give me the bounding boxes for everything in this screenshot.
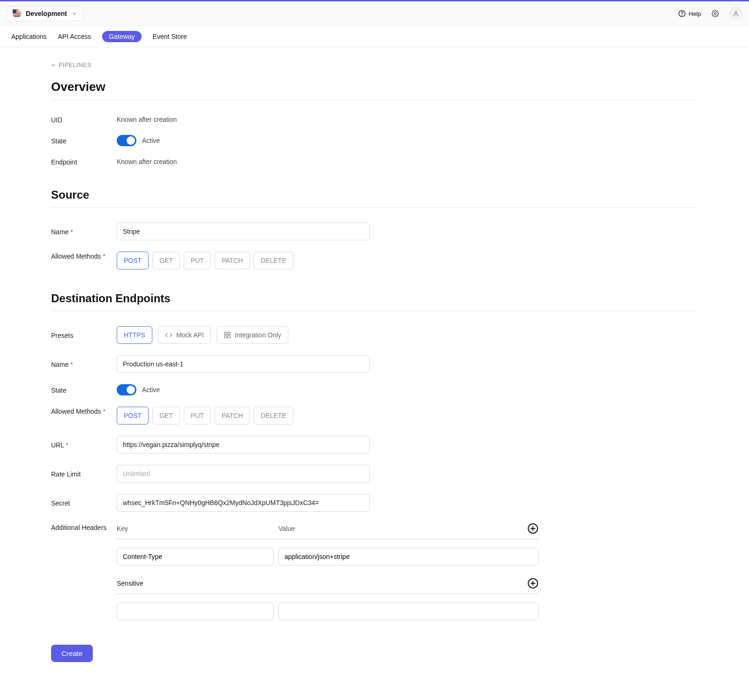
uid-value: Known after creation: [117, 116, 177, 123]
source-name-input[interactable]: [117, 223, 370, 240]
breadcrumb-label: PIPELINES: [59, 61, 91, 68]
add-header-icon[interactable]: [527, 523, 539, 534]
row-dest-state: State Active: [51, 379, 698, 401]
settings-button[interactable]: [709, 7, 722, 20]
rate-limit-input[interactable]: [117, 465, 370, 483]
tab-event-store[interactable]: Event Store: [153, 31, 187, 42]
row-source-methods: Allowed Methods * POST GET PUT PATCH DEL…: [51, 246, 698, 275]
help-icon: [678, 10, 686, 17]
headers-area: Key Value Sensitive: [117, 523, 539, 625]
header-value-input[interactable]: [278, 548, 539, 566]
page-content: PIPELINES Overview UID Known after creat…: [18, 47, 731, 690]
dest-state-value: Active: [142, 386, 160, 394]
dest-method-patch[interactable]: PATCH: [215, 407, 250, 424]
rate-limit-label: Rate Limit: [51, 469, 117, 478]
dest-name-input[interactable]: [117, 355, 370, 373]
dest-method-delete[interactable]: DELETE: [254, 407, 293, 424]
environment-label: Development: [26, 10, 67, 17]
create-button[interactable]: Create: [51, 645, 93, 662]
header-row: [117, 548, 539, 566]
tab-api-access[interactable]: API Access: [58, 31, 91, 42]
flag-us-icon: [13, 9, 21, 18]
row-secret: Secret: [51, 488, 698, 517]
row-dest-name: Name *: [51, 350, 698, 379]
row-presets: Presets HTTPS Mock API Integration Only: [51, 320, 698, 350]
source-heading: Source: [51, 188, 698, 201]
sensitive-header: Sensitive: [117, 578, 539, 594]
headers-value-col: Value: [278, 525, 527, 532]
preset-integration-only[interactable]: Integration Only: [217, 326, 288, 344]
svg-rect-7: [225, 335, 227, 338]
source-methods-group: POST GET PUT PATCH DELETE: [117, 252, 293, 269]
breadcrumb-back[interactable]: PIPELINES: [51, 61, 91, 68]
row-state: State Active: [51, 129, 698, 152]
user-avatar-button[interactable]: [729, 7, 742, 20]
method-post[interactable]: POST: [117, 252, 149, 269]
svg-point-3: [735, 11, 737, 14]
dest-method-get[interactable]: GET: [152, 407, 180, 424]
sensitive-label: Sensitive: [117, 580, 143, 587]
arrow-left-icon: [51, 62, 57, 68]
sensitive-row: [117, 603, 539, 620]
user-icon: [733, 10, 739, 17]
help-label: Help: [689, 10, 701, 17]
method-put[interactable]: PUT: [184, 252, 211, 269]
headers-label: Additional Headers: [51, 523, 117, 531]
state-label: State: [51, 136, 117, 145]
url-input[interactable]: [117, 436, 370, 454]
preset-mock-api[interactable]: Mock API: [158, 326, 211, 344]
method-get[interactable]: GET: [152, 252, 180, 269]
environment-selector[interactable]: Development: [7, 6, 83, 21]
destination-heading: Destination Endpoints: [51, 292, 698, 305]
section-divider: [51, 311, 698, 311]
add-sensitive-icon[interactable]: [527, 578, 539, 589]
headers-key-col: Key: [117, 525, 278, 532]
row-dest-methods: Allowed Methods * POST GET PUT PATCH DEL…: [51, 401, 698, 430]
section-divider: [51, 207, 698, 208]
nav-tabs: Applications API Access Gateway Event St…: [0, 26, 749, 47]
preset-https[interactable]: HTTPS: [117, 326, 152, 344]
source-methods-label: Allowed Methods *: [51, 252, 117, 260]
state-toggle[interactable]: [117, 135, 136, 146]
qr-icon: [224, 331, 231, 339]
svg-rect-5: [225, 332, 227, 335]
dest-methods-group: POST GET PUT PATCH DELETE: [117, 407, 293, 424]
row-source-name: Name *: [51, 217, 698, 246]
svg-rect-6: [228, 332, 230, 335]
row-uid: UID Known after creation: [51, 110, 698, 129]
uid-label: UID: [51, 115, 117, 124]
help-link[interactable]: Help: [678, 10, 701, 17]
source-name-label: Name *: [51, 227, 117, 236]
tab-gateway[interactable]: Gateway: [102, 31, 141, 42]
row-additional-headers: Additional Headers Key Value Sensitive: [51, 517, 698, 631]
tab-applications[interactable]: Applications: [11, 31, 47, 42]
svg-point-1: [682, 15, 682, 15]
dest-state-label: State: [51, 386, 117, 394]
dest-state-toggle[interactable]: [117, 384, 136, 395]
endpoint-label: Endpoint: [51, 157, 117, 166]
code-icon: [165, 331, 172, 339]
chevron-down-icon: [72, 11, 77, 16]
state-value: Active: [142, 137, 160, 144]
svg-point-2: [714, 13, 716, 15]
endpoint-value: Known after creation: [117, 158, 177, 165]
presets-group: HTTPS Mock API Integration Only: [117, 326, 288, 344]
sensitive-key-input[interactable]: [117, 603, 274, 620]
gear-icon: [712, 10, 719, 17]
row-endpoint: Endpoint Known after creation: [51, 152, 698, 171]
topbar-right: Help: [678, 7, 742, 20]
section-divider: [51, 100, 698, 100]
dest-methods-label: Allowed Methods *: [51, 407, 117, 415]
dest-name-label: Name *: [51, 360, 117, 368]
header-key-input[interactable]: [117, 548, 274, 566]
secret-input[interactable]: [117, 494, 370, 512]
dest-method-put[interactable]: PUT: [184, 407, 211, 424]
presets-label: Presets: [51, 331, 117, 339]
dest-method-post[interactable]: POST: [117, 407, 149, 424]
method-delete[interactable]: DELETE: [254, 252, 293, 269]
method-patch[interactable]: PATCH: [215, 252, 250, 269]
url-label: URL *: [51, 440, 117, 449]
headers-header: Key Value: [117, 523, 539, 539]
topbar: Development Help: [0, 0, 749, 26]
sensitive-value-input[interactable]: [278, 603, 539, 620]
